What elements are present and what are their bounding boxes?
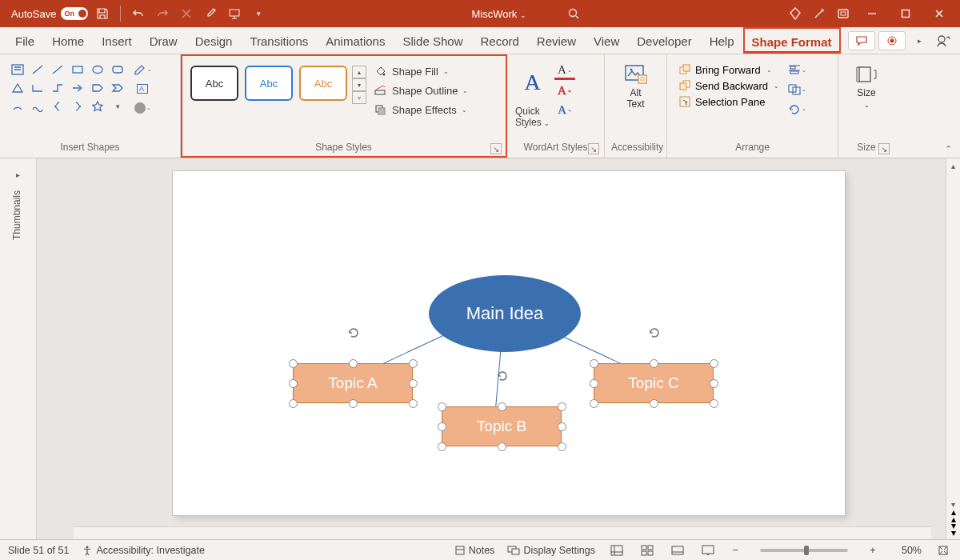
selection-handle[interactable] <box>710 399 718 408</box>
alt-text-button[interactable]: AltText <box>614 58 658 110</box>
shape-topic-b[interactable]: Topic B <box>442 406 562 446</box>
selection-handle[interactable] <box>289 359 298 368</box>
shape-elbow2-icon[interactable] <box>48 79 67 97</box>
selection-handle[interactable] <box>590 359 598 368</box>
text-fill-icon[interactable]: A⌄ <box>554 62 575 80</box>
redo-icon[interactable] <box>153 4 172 23</box>
qat-icon-1[interactable] <box>177 4 196 23</box>
gallery-down-icon[interactable]: ▾ <box>352 78 366 91</box>
shape-fill-button[interactable]: Shape Fill⌄ <box>370 62 471 80</box>
slide-indicator[interactable]: Slide 51 of 51 <box>8 545 69 556</box>
eyedropper-icon[interactable] <box>201 4 220 23</box>
gallery-more-icon[interactable]: ▿ <box>352 91 366 104</box>
shapes-gallery[interactable]: ▾ <box>6 58 129 118</box>
maximize-button[interactable] <box>891 2 920 26</box>
text-outline-icon[interactable]: A⌄ <box>554 82 575 99</box>
document-title[interactable]: MiscWork ⌄ <box>471 8 526 20</box>
tab-slideshow[interactable]: Slide Show <box>394 27 471 54</box>
tab-help[interactable]: Help <box>701 27 743 54</box>
minimize-button[interactable] <box>858 2 886 26</box>
share-icon[interactable] <box>933 30 954 51</box>
shape-star-icon[interactable] <box>88 98 107 115</box>
tab-file[interactable]: File <box>6 27 43 54</box>
thumbnails-rail[interactable]: ▸ Thumbnails <box>0 158 37 539</box>
send-backward-button[interactable]: Send Backward⌄ <box>677 78 781 93</box>
tail-chevron-icon[interactable]: ▸ <box>909 30 930 51</box>
tab-insert[interactable]: Insert <box>93 27 141 54</box>
tab-transitions[interactable]: Transitions <box>241 27 317 54</box>
selection-handle[interactable] <box>498 442 506 451</box>
selection-handle[interactable] <box>409 359 418 368</box>
slide[interactable]: Main Idea Topic A Topic B <box>173 171 845 515</box>
zoom-slider[interactable] <box>760 549 848 552</box>
gallery-up-icon[interactable]: ▴ <box>352 66 366 78</box>
shape-rect-icon[interactable] <box>68 61 87 78</box>
style-preset-1[interactable]: Abc <box>190 66 238 101</box>
shape-line2-icon[interactable] <box>48 61 67 78</box>
shape-curve-icon[interactable] <box>28 98 47 115</box>
undo-icon[interactable] <box>129 4 148 23</box>
style-preset-3[interactable]: Abc <box>299 66 347 101</box>
selection-handle[interactable] <box>438 422 446 431</box>
vertical-scrollbar[interactable]: ▴ ▾ ▴▴ ▾▾ <box>946 158 960 539</box>
align-icon[interactable]: ⌄ <box>787 62 806 78</box>
selection-handle[interactable] <box>590 399 598 408</box>
record-button[interactable] <box>878 31 906 50</box>
shape-arc-icon[interactable] <box>8 98 27 115</box>
selection-handle[interactable] <box>409 379 418 388</box>
scroll-up-icon[interactable]: ▴ <box>951 162 955 170</box>
qat-overflow-icon[interactable]: ▾ <box>249 4 268 23</box>
save-icon[interactable] <box>93 4 112 23</box>
reading-view-icon[interactable] <box>669 542 686 558</box>
tab-shape-format[interactable]: Shape Format <box>743 27 841 54</box>
shape-textbox-icon[interactable] <box>8 61 27 78</box>
shape-elbow-icon[interactable] <box>28 79 47 97</box>
shape-brace2-icon[interactable] <box>68 98 87 115</box>
comments-button[interactable] <box>848 31 875 50</box>
shape-topic-c[interactable]: Topic C <box>594 363 714 403</box>
wordart-quick-styles[interactable]: A <box>517 61 549 104</box>
tab-developer[interactable]: Developer <box>628 27 700 54</box>
merge-shapes-icon[interactable]: ⌄ <box>132 99 153 117</box>
selection-handle[interactable] <box>349 399 358 408</box>
sorter-view-icon[interactable] <box>638 542 656 558</box>
rotate-handle-icon[interactable] <box>346 325 361 339</box>
shape-roundrect-icon[interactable] <box>108 61 127 78</box>
shape-arrow-icon[interactable] <box>68 79 87 97</box>
selection-handle[interactable] <box>710 359 718 368</box>
selection-handle[interactable] <box>558 442 566 451</box>
shape-oval-icon[interactable] <box>88 61 107 78</box>
shape-style-gallery[interactable]: Abc Abc Abc <box>187 58 350 101</box>
notes-button[interactable]: Notes <box>454 545 495 556</box>
shape-line-icon[interactable] <box>28 61 47 78</box>
selection-handle[interactable] <box>438 402 446 411</box>
size-button[interactable]: Size⌄ <box>845 58 888 110</box>
selection-handle[interactable] <box>438 442 446 451</box>
autosave-toggle[interactable]: On <box>61 7 88 20</box>
group-icon[interactable]: ⌄ <box>787 82 806 98</box>
zoom-out-button[interactable]: − <box>730 545 741 556</box>
style-gallery-scroll[interactable]: ▴ ▾ ▿ <box>352 58 366 104</box>
rotate-handle-icon[interactable] <box>647 325 662 339</box>
shape-brace1-icon[interactable] <box>48 98 67 115</box>
rotate-handle-icon[interactable] <box>495 368 510 382</box>
search-icon[interactable] <box>565 5 582 22</box>
slide-canvas[interactable]: Main Idea Topic A Topic B <box>37 158 946 539</box>
shape-triangle-icon[interactable] <box>8 79 27 97</box>
shape-pentagon-icon[interactable] <box>88 79 107 97</box>
shape-effects-button[interactable]: Shape Effects⌄ <box>370 101 471 118</box>
style-preset-2[interactable]: Abc <box>245 66 293 101</box>
tab-view[interactable]: View <box>585 27 628 54</box>
tab-home[interactable]: Home <box>43 27 93 54</box>
selection-handle[interactable] <box>650 399 658 408</box>
bring-forward-button[interactable]: Bring Forward⌄ <box>677 62 781 77</box>
text-effects-icon[interactable]: A⌄ <box>554 101 575 118</box>
present-icon[interactable] <box>225 4 244 23</box>
tab-record[interactable]: Record <box>471 27 527 54</box>
tab-design[interactable]: Design <box>186 27 242 54</box>
edit-shape-icon[interactable]: ⌄ <box>132 61 153 78</box>
window-mode-icon[interactable] <box>834 4 853 23</box>
sparkle-icon[interactable] <box>810 4 829 23</box>
textbox-icon[interactable]: A <box>132 80 153 98</box>
selection-handle[interactable] <box>289 399 298 408</box>
